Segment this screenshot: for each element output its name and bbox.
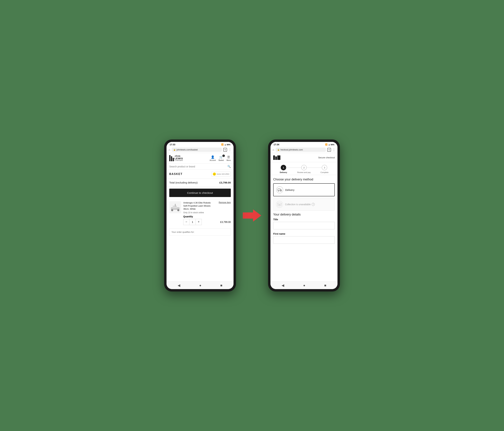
- step-circle-1: 1: [281, 165, 286, 170]
- quantity-row: − 1 + £3,799.00: [183, 219, 231, 225]
- step-num-2: 2: [303, 166, 305, 169]
- basket-header: BASKET ✓ Norton SECURED: [167, 170, 234, 179]
- search-icon-1[interactable]: 🔍: [227, 165, 231, 168]
- delivery-option-label: Delivery: [285, 188, 294, 191]
- total-value: £3,799.00: [219, 181, 231, 184]
- menu-icon-item[interactable]: ☰ Menu: [226, 155, 231, 161]
- tab-count-2[interactable]: 5: [327, 148, 331, 152]
- url-text-2: heckout.johnlewis.com: [280, 148, 303, 151]
- account-icon: 👤: [211, 155, 215, 159]
- header-icons-1: 👤 Account 🛒 1 Basket ☰ Menu: [210, 155, 231, 161]
- recents-button-2[interactable]: ■: [324, 283, 326, 287]
- mower-svg: [170, 203, 180, 212]
- signal-text-2: ▲ 84%: [328, 144, 334, 146]
- product-info: Ambrogio 4.36 Elite Robotic Self-Propell…: [183, 201, 231, 225]
- qty-minus-button[interactable]: −: [183, 219, 189, 225]
- step-label-complete: Complete: [320, 171, 328, 173]
- norton-check-icon: ✓: [213, 173, 216, 176]
- svg-rect-5: [278, 189, 280, 191]
- jl-header-1: JÕHN LEWIS & PARTNERS 👤 Account 🛒 1: [167, 153, 234, 163]
- lock-icon-2: 🔒: [277, 149, 280, 151]
- signal-text: ▲ 84%: [224, 144, 230, 146]
- status-icons-1: 📶 ▲ 84%: [221, 143, 230, 146]
- delivery-method-title: Choose your delivery method: [273, 178, 335, 181]
- home-icon-1[interactable]: ⌂: [169, 148, 170, 151]
- qty-plus-button[interactable]: +: [196, 219, 202, 225]
- home-icon-2[interactable]: ⌂: [272, 148, 274, 151]
- collection-label: Collection is unavailable: [285, 203, 311, 206]
- svg-rect-8: [278, 204, 281, 206]
- svg-rect-9: [279, 205, 280, 206]
- qty-price: £3,799.00: [220, 221, 231, 223]
- time-2: 17:34: [274, 143, 279, 146]
- recents-button-1[interactable]: ■: [220, 283, 222, 287]
- scene: 17:33 📶 ▲ 84% ⌂ 🔒 johnlewis.com/basket 5…: [164, 140, 340, 291]
- checkout-steps: 1 Delivery 2 Review and pay 3: [270, 162, 337, 175]
- norton-label: Norton SECURED: [217, 173, 229, 175]
- order-qualifies-text: Your order qualifies for:: [171, 231, 194, 233]
- url-pill-2[interactable]: 🔒 heckout.johnlewis.com: [276, 148, 326, 152]
- basket-title: BASKET: [169, 173, 183, 176]
- lock-icon-1: 🔒: [173, 149, 176, 151]
- more-icon-1[interactable]: ⋮: [228, 148, 232, 152]
- more-icon-2[interactable]: ⋮: [332, 148, 335, 152]
- nav-bottom-1: ◀ ● ■: [167, 281, 234, 289]
- total-row: Total (excluding delivery): £3,799.00: [167, 179, 234, 187]
- home-button-1[interactable]: ●: [199, 283, 201, 287]
- order-qualifies-banner: Your order qualifies for:: [169, 228, 231, 235]
- url-text-1: johnlewis.com/basket: [177, 148, 198, 151]
- account-label: Account: [210, 159, 216, 161]
- first-name-form-group: First name: [273, 233, 335, 246]
- search-input-1[interactable]: [169, 165, 226, 168]
- collection-help-icon[interactable]: ?: [312, 203, 315, 206]
- product-row: Ambrogio 4.36 Elite Robotic Self-Propell…: [167, 199, 234, 227]
- home-button-2[interactable]: ●: [303, 283, 305, 287]
- logo-bar-3: [173, 158, 174, 161]
- account-icon-item[interactable]: 👤 Account: [210, 155, 216, 161]
- total-label: Total (excluding delivery):: [169, 181, 198, 184]
- basket-icon-item[interactable]: 🛒 1 Basket: [218, 155, 224, 161]
- step-complete: 3 Complete: [314, 165, 335, 173]
- address-bar-1[interactable]: ⌂ 🔒 johnlewis.com/basket 5 ⋮: [167, 147, 234, 153]
- jl-logo-small: [273, 155, 280, 160]
- svg-point-6: [278, 191, 279, 191]
- arrow-tail: [243, 212, 253, 219]
- remove-item-link[interactable]: Remove item: [219, 201, 231, 204]
- continue-to-checkout-button[interactable]: Continue to checkout: [169, 189, 231, 197]
- logo-lewis: LEWIS: [175, 157, 183, 160]
- norton-badge: ✓ Norton SECURED: [211, 172, 231, 177]
- tab-count-1[interactable]: 5: [223, 148, 227, 152]
- qty-value: 1: [189, 219, 196, 225]
- arrow-shape: [243, 209, 261, 222]
- product-image: [169, 201, 181, 213]
- first-name-input[interactable]: [273, 236, 335, 244]
- phone-checkout: 17:34 📶 ▲ 84% ⌂ 🔒 heckout.johnlewis.com …: [268, 140, 340, 291]
- phone1-screen: 17:33 📶 ▲ 84% ⌂ 🔒 johnlewis.com/basket 5…: [167, 142, 234, 289]
- phone2-content: Secure checkout 1 Delivery 2 Review: [270, 153, 337, 281]
- address-bar-2[interactable]: ⌂ 🔒 heckout.johnlewis.com 5 ⋮: [270, 147, 337, 153]
- collection-option[interactable]: Collection is unavailable ?: [273, 198, 335, 211]
- logo-s-bar-3: [277, 155, 280, 160]
- secure-checkout-label: Secure checkout: [318, 156, 335, 159]
- phone-basket: 17:33 📶 ▲ 84% ⌂ 🔒 johnlewis.com/basket 5…: [164, 140, 236, 291]
- basket-badge: 1: [222, 155, 225, 157]
- title-form-group: Title: [273, 218, 335, 232]
- title-input[interactable]: [273, 222, 335, 229]
- delivery-truck-icon: [276, 187, 283, 193]
- logo-text: JÕHN LEWIS & PARTNERS: [175, 155, 183, 161]
- back-button-2[interactable]: ◀: [282, 283, 284, 287]
- delivery-option-delivery[interactable]: Delivery: [273, 183, 335, 196]
- wifi-icon-2: 📶: [325, 143, 328, 146]
- menu-label: Menu: [226, 159, 231, 161]
- back-button-1[interactable]: ◀: [178, 283, 180, 287]
- search-bar-1[interactable]: 🔍: [167, 163, 234, 170]
- step-num-3: 3: [324, 166, 325, 169]
- url-pill-1[interactable]: 🔒 johnlewis.com/basket: [172, 148, 222, 152]
- product-name: Ambrogio 4.36 Elite Robotic Self-Propell…: [183, 201, 214, 211]
- step-num-1: 1: [283, 166, 284, 169]
- phone2-screen: 17:34 📶 ▲ 84% ⌂ 🔒 heckout.johnlewis.com …: [270, 142, 337, 289]
- nav-bottom-2: ◀ ● ■: [270, 281, 337, 289]
- svg-rect-4: [175, 204, 176, 206]
- stock-text: Only 10 in stock online: [183, 211, 231, 214]
- svg-rect-3: [173, 206, 177, 208]
